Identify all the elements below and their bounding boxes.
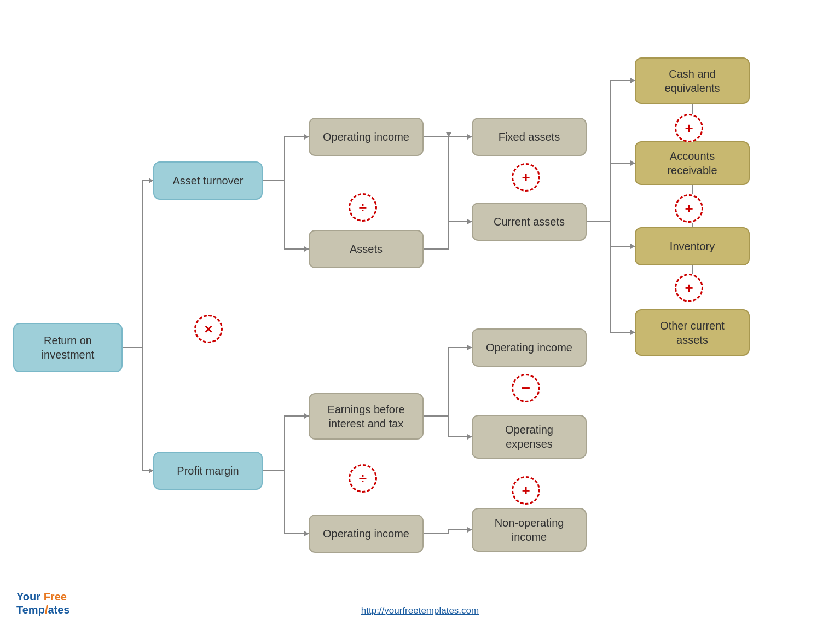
assets-label: Assets: [350, 242, 383, 256]
current-assets-node: Current assets: [472, 203, 587, 241]
svg-marker-9: [630, 78, 635, 83]
svg-marker-11: [630, 244, 635, 249]
plus-operator-1: +: [512, 163, 540, 192]
operating-expenses-label: Operatingexpenses: [505, 423, 553, 451]
operating-income-2-label: Operating income: [486, 340, 572, 355]
operating-income-3-label: Operating income: [323, 527, 409, 541]
fixed-assets-node: Fixed assets: [472, 118, 587, 156]
divide-operator-2: ÷: [349, 464, 377, 493]
asset-turnover-label: Asset turnover: [173, 174, 244, 188]
svg-marker-2: [304, 134, 309, 140]
footer-link[interactable]: http://yourfreetemplates.com: [361, 605, 479, 616]
cash-node: Cash andequivalents: [635, 57, 750, 104]
svg-marker-13: [467, 345, 472, 350]
plus-operator-ar: +: [675, 194, 703, 223]
non-operating-label: Non-operatingincome: [495, 516, 564, 544]
profit-margin-label: Profit margin: [177, 464, 239, 478]
operating-income-1-node: Operating income: [309, 118, 424, 156]
non-operating-node: Non-operatingincome: [472, 508, 587, 552]
operating-income-1-label: Operating income: [323, 130, 409, 144]
svg-marker-5: [304, 531, 309, 536]
roi-node: Return on investment: [13, 323, 123, 372]
divide-operator-1: ÷: [349, 193, 377, 222]
footer-logo: Your Free Templates: [16, 590, 69, 616]
plus-operator-inv: +: [675, 274, 703, 302]
other-current-node: Other currentassets: [635, 309, 750, 356]
inventory-node: Inventory: [635, 227, 750, 265]
assets-node: Assets: [309, 230, 424, 268]
ebit-node: Earnings beforeinterest and tax: [309, 393, 424, 440]
operating-income-3-node: Operating income: [309, 515, 424, 553]
svg-marker-15: [467, 527, 472, 533]
accounts-receivable-node: Accountsreceivable: [635, 141, 750, 185]
fixed-assets-label: Fixed assets: [499, 130, 560, 144]
multiply-operator: ×: [194, 315, 223, 343]
svg-marker-3: [304, 246, 309, 252]
plus-operator-2: +: [512, 476, 540, 505]
profit-margin-node: Profit margin: [153, 452, 263, 490]
operating-income-2-node: Operating income: [472, 328, 587, 367]
svg-marker-14: [467, 434, 472, 440]
operating-expenses-node: Operatingexpenses: [472, 415, 587, 459]
ebit-label: Earnings beforeinterest and tax: [327, 402, 404, 431]
minus-operator: −: [512, 374, 540, 402]
svg-marker-4: [304, 413, 309, 419]
svg-marker-8: [467, 219, 472, 224]
svg-marker-1: [149, 468, 153, 473]
current-assets-label: Current assets: [494, 215, 565, 229]
other-current-label: Other currentassets: [660, 319, 725, 347]
svg-marker-7: [446, 132, 451, 137]
svg-marker-0: [149, 178, 153, 183]
plus-operator-cash: +: [675, 114, 703, 142]
accounts-receivable-label: Accountsreceivable: [667, 149, 717, 177]
cash-label: Cash andequivalents: [664, 67, 720, 95]
svg-marker-6: [467, 134, 472, 140]
asset-turnover-node: Asset turnover: [153, 161, 263, 200]
inventory-label: Inventory: [670, 239, 715, 253]
roi-label: Return on investment: [21, 333, 115, 362]
svg-marker-10: [630, 160, 635, 166]
svg-marker-12: [630, 330, 635, 335]
